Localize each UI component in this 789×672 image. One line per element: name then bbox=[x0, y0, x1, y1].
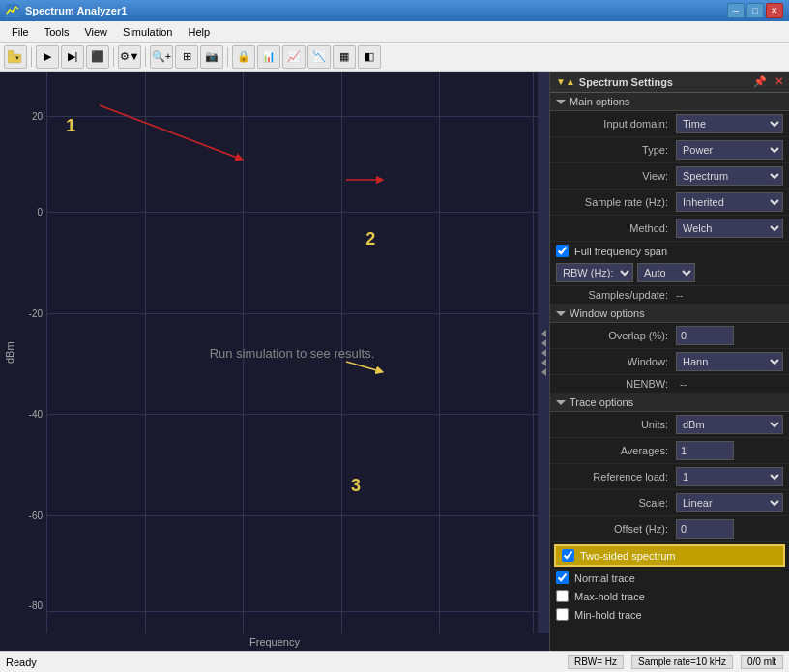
status-frames: 0/0 mlt bbox=[741, 655, 783, 669]
menu-tools[interactable]: Tools bbox=[37, 24, 77, 40]
checkbox-max-hold-trace[interactable] bbox=[556, 590, 569, 602]
select-rbw-type[interactable]: RBW (Hz): NENBW bbox=[556, 263, 633, 282]
settings-button[interactable]: ⚙▼ bbox=[118, 45, 141, 69]
section-main-options[interactable]: Main options bbox=[550, 93, 789, 111]
row-rbw: RBW (Hz): NENBW Auto Custom bbox=[550, 260, 789, 286]
select-input-domain[interactable]: Time Frequency bbox=[676, 114, 783, 133]
control-units[interactable]: dBm dBW Watts V^2 bbox=[676, 415, 783, 434]
panel-pin-icon[interactable]: 📌 bbox=[753, 75, 767, 88]
control-type[interactable]: Power Power spectral density RMS bbox=[676, 140, 783, 160]
y-tick-n40: -40 bbox=[29, 409, 43, 420]
control-reference-load[interactable]: 1 bbox=[676, 467, 783, 486]
label-normal-trace: Normal trace bbox=[574, 572, 635, 584]
section-trace-options[interactable]: Trace options bbox=[550, 394, 789, 412]
section-main-label: Main options bbox=[570, 96, 629, 107]
row-averages: Averages: bbox=[550, 438, 789, 464]
chart1-button[interactable]: 📊 bbox=[257, 45, 280, 69]
row-two-sided-spectrum[interactable]: Two-sided spectrum bbox=[554, 544, 785, 567]
collapse-handle[interactable] bbox=[538, 72, 549, 633]
plot-inner: dBm 20 0 -20 -40 -60 -80 bbox=[0, 72, 549, 633]
control-overlap[interactable] bbox=[676, 326, 783, 345]
select-sample-rate[interactable]: Inherited Custom bbox=[676, 192, 783, 212]
select-window[interactable]: Hann Rectangular Hamming Blackman bbox=[676, 352, 783, 371]
minimize-button[interactable]: ─ bbox=[727, 3, 745, 18]
y-axis-label: dBm bbox=[0, 72, 19, 633]
plot-canvas: Run simulation to see results. 1 2 3 bbox=[46, 72, 538, 633]
menu-file[interactable]: File bbox=[4, 24, 37, 40]
sep3 bbox=[145, 47, 146, 67]
chart5-button[interactable]: ◧ bbox=[358, 45, 381, 69]
open-button[interactable]: ▼ bbox=[4, 45, 27, 69]
grid-h-3 bbox=[46, 313, 538, 314]
status-rbw: RBW= Hz bbox=[568, 655, 624, 669]
svg-line-6 bbox=[100, 105, 240, 159]
section-window-label: Window options bbox=[570, 307, 645, 319]
row-input-domain: Input domain: Time Frequency bbox=[550, 111, 789, 137]
row-type: Type: Power Power spectral density RMS bbox=[550, 137, 789, 163]
select-method[interactable]: Welch Filter bank bbox=[676, 219, 783, 238]
row-full-freq-span[interactable]: Full frequency span bbox=[550, 242, 789, 260]
label-reference-load: Reference load: bbox=[556, 471, 672, 482]
checkbox-min-hold-trace[interactable] bbox=[556, 608, 569, 621]
menu-help[interactable]: Help bbox=[180, 24, 218, 40]
zoom-fit-button[interactable]: ⊞ bbox=[175, 45, 198, 69]
zoom-in-button[interactable]: 🔍+ bbox=[150, 45, 173, 69]
main-content: dBm 20 0 -20 -40 -60 -80 bbox=[0, 72, 789, 651]
select-units[interactable]: dBm dBW Watts V^2 bbox=[676, 415, 783, 434]
collapse-arrow-icon4 bbox=[541, 359, 546, 366]
control-scale[interactable]: Linear Log bbox=[676, 493, 783, 512]
section-window-options[interactable]: Window options bbox=[550, 305, 789, 323]
sep2 bbox=[113, 47, 114, 67]
section-triangle-main bbox=[556, 100, 566, 104]
chart2-button[interactable]: 📈 bbox=[282, 45, 306, 69]
screenshot-button[interactable]: 📷 bbox=[200, 45, 223, 69]
row-view: View: Spectrum Spectrogram bbox=[550, 163, 789, 190]
app-icon bbox=[6, 4, 19, 17]
label-method: Method: bbox=[556, 222, 672, 234]
maximize-button[interactable]: □ bbox=[746, 3, 764, 18]
control-averages[interactable] bbox=[676, 441, 783, 460]
input-offset[interactable] bbox=[676, 519, 734, 539]
input-overlap[interactable] bbox=[676, 326, 734, 345]
row-window: Window: Hann Rectangular Hamming Blackma… bbox=[550, 349, 789, 375]
control-sample-rate[interactable]: Inherited Custom bbox=[676, 192, 783, 212]
control-window[interactable]: Hann Rectangular Hamming Blackman bbox=[676, 352, 783, 371]
grid-h-2 bbox=[46, 212, 538, 213]
input-averages[interactable] bbox=[676, 441, 734, 460]
stop-button[interactable]: ⬛ bbox=[86, 45, 109, 69]
row-min-hold-trace[interactable]: Min-hold trace bbox=[550, 605, 789, 624]
checkbox-two-sided-spectrum[interactable] bbox=[562, 549, 574, 562]
row-normal-trace[interactable]: Normal trace bbox=[550, 569, 789, 587]
label-window: Window: bbox=[556, 356, 672, 367]
select-type[interactable]: Power Power spectral density RMS bbox=[676, 140, 783, 160]
sep4 bbox=[227, 47, 228, 67]
lock-button[interactable]: 🔒 bbox=[232, 45, 255, 69]
step-button[interactable]: ▶| bbox=[61, 45, 84, 69]
svg-text:▼: ▼ bbox=[15, 55, 20, 61]
row-nenbw: NENBW: -- bbox=[550, 375, 789, 394]
y-tick-20: 20 bbox=[32, 111, 43, 122]
value-samples-update: -- bbox=[672, 289, 683, 301]
menu-simulation[interactable]: Simulation bbox=[115, 24, 180, 40]
label-sample-rate: Sample rate (Hz): bbox=[556, 196, 672, 208]
y-ticks: 20 0 -20 -40 -60 -80 bbox=[19, 72, 46, 633]
select-view[interactable]: Spectrum Spectrogram bbox=[676, 166, 783, 186]
panel-close-button[interactable]: ✕ bbox=[774, 75, 783, 88]
collapse-arrow-icon5 bbox=[541, 368, 546, 376]
select-rbw-value[interactable]: Auto Custom bbox=[637, 263, 695, 282]
title-bar: Spectrum Analyzer1 ─ □ ✕ bbox=[0, 0, 789, 21]
control-input-domain[interactable]: Time Frequency bbox=[676, 114, 783, 133]
close-button[interactable]: ✕ bbox=[766, 3, 783, 18]
run-button[interactable]: ▶ bbox=[36, 45, 59, 69]
chart3-button[interactable]: 📉 bbox=[307, 45, 331, 69]
checkbox-normal-trace[interactable] bbox=[556, 571, 569, 584]
checkbox-full-freq-span[interactable] bbox=[556, 245, 569, 257]
row-max-hold-trace[interactable]: Max-hold trace bbox=[550, 587, 789, 605]
control-offset[interactable] bbox=[676, 519, 783, 539]
select-scale[interactable]: Linear Log bbox=[676, 493, 783, 512]
control-view[interactable]: Spectrum Spectrogram bbox=[676, 166, 783, 186]
control-method[interactable]: Welch Filter bank bbox=[676, 219, 783, 238]
chart4-button[interactable]: ▦ bbox=[333, 45, 356, 69]
menu-view[interactable]: View bbox=[76, 24, 115, 40]
select-reference-load[interactable]: 1 bbox=[676, 467, 783, 486]
